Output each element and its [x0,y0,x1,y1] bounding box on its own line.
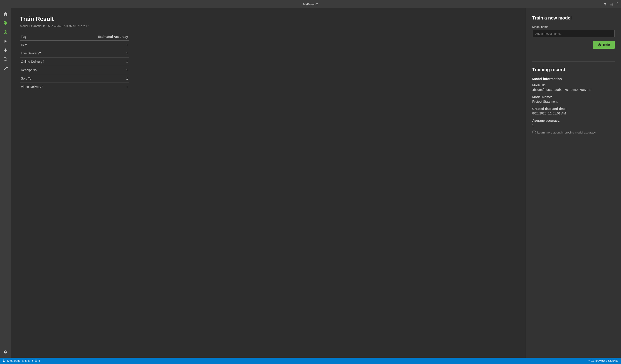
app-title: MyProject2 [303,2,318,6]
layout-icon[interactable]: ▤ [610,2,613,6]
avg-accuracy-label: Average accuracy: [532,119,615,122]
results-table: Tag Estimated Accuracy ID # 1 Live Deliv… [20,33,129,91]
svg-rect-6 [4,58,6,60]
tag-count: 5 [25,359,27,363]
main-panel: Train Result Model ID: 4bc9e5fe-953e-49d… [11,8,526,358]
record-model-name-label: Model Name: [532,95,615,99]
sidebar-item-connections[interactable] [1,46,10,54]
col-tag: Tag [20,33,68,41]
train-button-icon [598,43,601,47]
sidebar [0,8,11,358]
connection-icon: ◎ [28,359,30,363]
document-icon: ☰ [34,359,37,363]
version-branch-icon: ⑂ [588,359,590,363]
sidebar-item-tag[interactable] [1,19,10,27]
tag-cell: Online Delivery? [20,58,68,66]
app-body: Train Result Model ID: 4bc9e5fe-953e-49d… [0,8,621,358]
svg-point-2 [4,50,4,51]
help-icon[interactable]: ? [616,2,618,6]
svg-point-4 [5,48,6,49]
table-row: Video Delivery? 1 [20,83,129,91]
accuracy-cell: 1 [68,58,129,66]
table-row: Live Delivery? 1 [20,49,129,58]
learn-more-text: Learn more about improving model accurac… [537,131,596,134]
tag-icon: ◈ [22,359,24,363]
model-name-field-label: Model name [532,25,615,29]
sidebar-item-settings[interactable] [1,348,10,356]
title-bar-icons: ⬆ ▤ ? [604,2,618,6]
tag-cell: Receipt No [20,66,68,74]
learn-more-link[interactable]: i Learn more about improving model accur… [532,130,615,134]
svg-point-5 [5,51,6,52]
accuracy-cell: 1 [68,83,129,91]
record-model-name-value: Project Statement [532,100,615,103]
model-id-value: 4bc9e5fe-953e-49d4-9701-97c0075e7e17 [33,24,89,28]
sidebar-item-documents[interactable] [1,55,10,63]
svg-point-3 [6,50,7,51]
tag-cell: Video Delivery? [20,83,68,91]
right-panel: Train a new model Model name Train Train… [526,8,621,358]
record-model-id-value: 4bc9e5fe-953e-49d4-9701-97c0075e7e17 [532,88,615,92]
tag-cell: Sold To [20,74,68,83]
status-bar-left: MyStorage ◈ 5 ◎ 5 ☰ 5 [3,359,40,363]
content-area: Train Result Model ID: 4bc9e5fe-953e-49d… [11,8,621,358]
avg-accuracy-value: 1 [532,123,615,127]
train-button[interactable]: Train [593,41,615,49]
storage-label: MyStorage [7,359,20,363]
version-label: 2.1-preview.1-530545c [591,359,618,363]
model-id-label: Model ID: [20,24,33,28]
accuracy-cell: 1 [68,41,129,49]
branch-icon [3,359,6,363]
status-bar-right: ⑂ 2.1-preview.1-530545c [588,359,618,363]
page-title: Train Result [20,16,517,22]
table-row: Sold To 1 [20,74,129,83]
table-row: Online Delivery? 1 [20,58,129,66]
sidebar-item-home[interactable] [1,10,10,18]
svg-point-1 [5,32,6,33]
status-bar: MyStorage ◈ 5 ◎ 5 ☰ 5 ⑂ 2.1-preview.1-53… [0,358,621,364]
info-circle-icon: i [532,130,536,134]
train-new-model-title: Train a new model [532,16,615,21]
accuracy-cell: 1 [68,49,129,58]
tag-cell: ID # [20,41,68,49]
document-count: 5 [38,359,40,363]
share-icon[interactable]: ⬆ [604,2,606,6]
table-row: ID # 1 [20,41,129,49]
created-value: 8/20/2020, 11:51:01 AM [532,111,615,115]
sidebar-item-train[interactable] [1,28,10,36]
table-row: Receipt No 1 [20,66,129,74]
tag-cell: Live Delivery? [20,49,68,58]
title-bar: MyProject2 ⬆ ▤ ? [0,0,621,8]
train-button-label: Train [603,43,610,47]
model-id-display: Model ID: 4bc9e5fe-953e-49d4-9701-97c007… [20,24,517,28]
model-name-input[interactable] [532,30,615,37]
accuracy-cell: 1 [68,74,129,83]
col-accuracy: Estimated Accuracy [68,33,129,41]
accuracy-cell: 1 [68,66,129,74]
svg-point-8 [599,45,600,46]
connection-count: 5 [32,359,33,363]
created-label: Created date and time: [532,107,615,111]
record-model-id-label: Model ID: [532,83,615,87]
training-record-title: Training record [532,67,615,72]
sidebar-item-run[interactable] [1,37,10,45]
model-info-title: Model information [532,77,615,81]
sidebar-item-tools[interactable] [1,64,10,73]
